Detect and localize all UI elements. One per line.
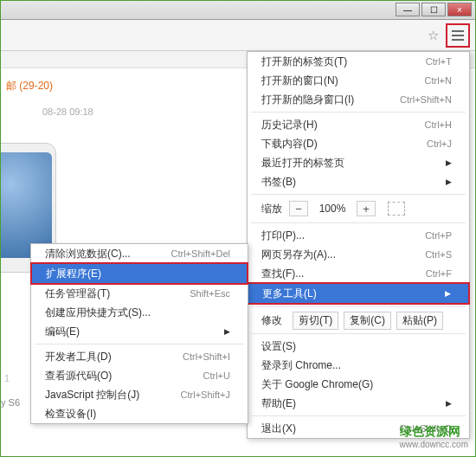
menu-help[interactable]: 帮助(E)▶ [248,394,469,413]
paste-button[interactable]: 粘贴(P) [396,312,443,330]
submenu-create-shortcut[interactable]: 创建应用快捷方式(S)... [31,303,248,322]
mail-label: 邮 (29-20) [6,80,53,92]
zoom-in-button[interactable]: + [357,201,376,216]
timestamp: 08-28 09:18 [42,106,93,117]
chevron-right-icon: ▶ [224,327,230,336]
menu-downloads[interactable]: 下载内容(D)Ctrl+J [248,134,469,153]
menu-separator [251,333,466,334]
watermark: 绿色资源网 www.downcc.com [400,424,468,449]
zoom-label: 缩放 [261,202,282,216]
menu-separator [251,112,466,113]
zoom-out-button[interactable]: − [289,201,308,216]
close-button[interactable]: × [447,3,472,16]
menu-recent-tabs[interactable]: 最近打开的标签页▶ [248,153,469,172]
cut-button[interactable]: 剪切(T) [293,312,338,330]
edit-label: 修改 [261,313,282,328]
chevron-right-icon: ▶ [446,399,452,408]
submenu-inspect[interactable]: 检查设备(I) [31,404,248,423]
submenu-task-manager[interactable]: 任务管理器(T)Shift+Esc [31,284,248,303]
menu-print[interactable]: 打印(P)...Ctrl+P [248,226,469,245]
fullscreen-button[interactable] [388,202,405,216]
phone-caption: y S6 [1,397,20,408]
browser-toolbar: ☆ [1,20,475,51]
window-controls: — ☐ × [396,3,472,16]
menu-incognito[interactable]: 打开新的隐身窗口(I)Ctrl+Shift+N [248,90,469,109]
chevron-right-icon: ▶ [445,289,451,298]
window-titlebar: — ☐ × [1,1,475,20]
submenu-clear-data[interactable]: 清除浏览数据(C)...Ctrl+Shift+Del [31,244,248,263]
maximize-button[interactable]: ☐ [421,3,446,16]
menu-new-tab[interactable]: 打开新的标签页(T)Ctrl+T [248,52,469,71]
watermark-name: 绿色资源网 [400,424,460,438]
submenu-view-source[interactable]: 查看源代码(O)Ctrl+U [31,366,248,385]
copy-button[interactable]: 复制(C) [344,312,391,330]
more-tools-submenu: 清除浏览数据(C)...Ctrl+Shift+Del 扩展程序(E) 任务管理器… [30,243,248,424]
menu-signin[interactable]: 登录到 Chrome... [248,356,469,375]
chevron-right-icon: ▶ [446,177,452,186]
menu-zoom-row: 缩放 − 100% + [248,197,469,220]
menu-find[interactable]: 查找(F)...Ctrl+F [248,264,469,283]
zoom-value: 100% [315,203,350,215]
menu-save-as[interactable]: 网页另存为(A)...Ctrl+S [248,245,469,264]
submenu-dev-tools[interactable]: 开发者工具(D)Ctrl+Shift+I [31,347,248,366]
minimize-button[interactable]: — [396,3,420,16]
menu-edit-row: 修改 剪切(T) 复制(C) 粘贴(P) [248,310,469,331]
menu-history[interactable]: 历史记录(H)Ctrl+H [248,115,469,134]
menu-about[interactable]: 关于 Google Chrome(G) [248,375,469,394]
submenu-encoding[interactable]: 编码(E)▶ [31,322,248,341]
submenu-js-console[interactable]: JavaScript 控制台(J)Ctrl+Shift+J [31,385,248,404]
menu-separator [251,194,466,195]
menu-settings[interactable]: 设置(S) [248,337,469,356]
chevron-right-icon: ▶ [446,158,452,167]
menu-separator [35,344,244,344]
menu-separator [251,415,466,416]
main-menu-button[interactable] [446,23,470,48]
list-index: 1 [4,373,10,383]
menu-new-window[interactable]: 打开新的窗口(N)Ctrl+N [248,71,469,90]
menu-bookmarks[interactable]: 书签(B)▶ [248,172,469,191]
submenu-extensions[interactable]: 扩展程序(E) [32,264,247,283]
chrome-main-menu: 打开新的标签页(T)Ctrl+T 打开新的窗口(N)Ctrl+N 打开新的隐身窗… [247,51,470,439]
bookmark-star-icon[interactable]: ☆ [428,28,439,43]
watermark-url: www.downcc.com [400,440,468,449]
highlight-extensions: 扩展程序(E) [30,262,248,285]
menu-separator [251,222,466,223]
menu-more-tools[interactable]: 更多工具(L)▶ [248,284,468,303]
highlight-more-tools: 更多工具(L)▶ [247,282,470,305]
menu-separator [251,306,466,307]
